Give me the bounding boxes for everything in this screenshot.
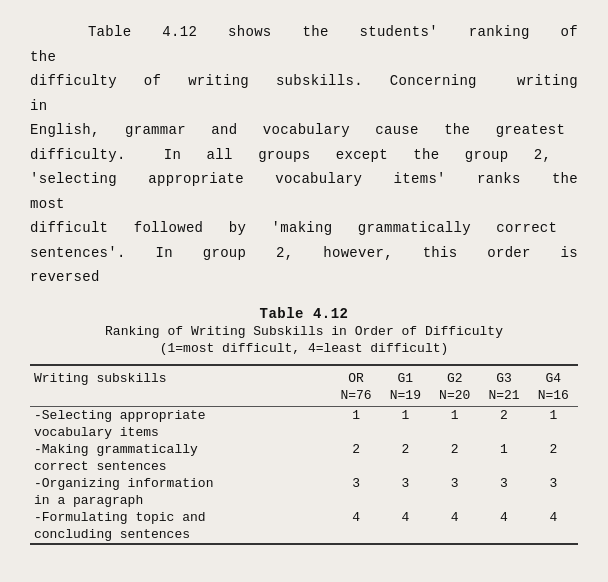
table-row: -Formulating topic and44444	[30, 509, 578, 526]
value-cell: 1	[479, 441, 528, 475]
value-cell: 1	[430, 406, 479, 441]
table-subtitle: Ranking of Writing Subskills in Order of…	[30, 324, 578, 339]
col-header-g3: G3	[479, 365, 528, 387]
value-cell: 2	[331, 441, 380, 475]
table-header-row: Writing subskills OR G1 G2 G3 G4	[30, 365, 578, 387]
value-cell: 4	[430, 509, 479, 543]
value-cell: 4	[529, 509, 578, 543]
skill-cell: -Organizing information	[30, 475, 331, 492]
col-header-skill: Writing subskills	[30, 365, 331, 387]
table-row: -Organizing information33333	[30, 475, 578, 492]
value-cell: 2	[430, 441, 479, 475]
table-footer-row	[30, 543, 578, 544]
value-cell: 4	[331, 509, 380, 543]
value-cell: 3	[430, 475, 479, 509]
col-subheader-g3: N=21	[479, 387, 528, 407]
value-cell: 1	[529, 406, 578, 441]
table-subheader-row: N=76 N=19 N=20 N=21 N=16	[30, 387, 578, 407]
skill-cell: vocabulary items	[30, 424, 331, 441]
table-section: Table 4.12 Ranking of Writing Subskills …	[30, 306, 578, 545]
table-title: Table 4.12	[30, 306, 578, 322]
value-cell: 3	[331, 475, 380, 509]
skill-cell: concluding sentences	[30, 526, 331, 543]
value-cell: 1	[381, 406, 430, 441]
value-cell: 4	[479, 509, 528, 543]
table-row: -Selecting appropriate11121	[30, 406, 578, 424]
col-subheader-g2: N=20	[430, 387, 479, 407]
skill-cell: correct sentences	[30, 458, 331, 475]
col-subheader-or: N=76	[331, 387, 380, 407]
col-header-g1: G1	[381, 365, 430, 387]
skill-cell: in a paragraph	[30, 492, 331, 509]
col-subheader-g1: N=19	[381, 387, 430, 407]
value-cell: 2	[381, 441, 430, 475]
table-subtitle2: (1=most difficult, 4=least difficult)	[30, 341, 578, 356]
col-header-g4: G4	[529, 365, 578, 387]
value-cell: 2	[479, 406, 528, 441]
table-row: -Making grammatically22212	[30, 441, 578, 458]
skill-cell: -Formulating topic and	[30, 509, 331, 526]
col-subheader-g4: N=16	[529, 387, 578, 407]
value-cell: 2	[529, 441, 578, 475]
value-cell: 3	[529, 475, 578, 509]
paragraph: Table 4.12 shows the students' ranking o…	[30, 20, 578, 290]
skill-cell: -Selecting appropriate	[30, 406, 331, 424]
col-header-g2: G2	[430, 365, 479, 387]
col-header-or: OR	[331, 365, 380, 387]
skill-cell: -Making grammatically	[30, 441, 331, 458]
value-cell: 3	[381, 475, 430, 509]
value-cell: 3	[479, 475, 528, 509]
value-cell: 1	[331, 406, 380, 441]
col-subheader-skill	[30, 387, 331, 407]
data-table: Writing subskills OR G1 G2 G3 G4 N=76 N=…	[30, 364, 578, 545]
value-cell: 4	[381, 509, 430, 543]
